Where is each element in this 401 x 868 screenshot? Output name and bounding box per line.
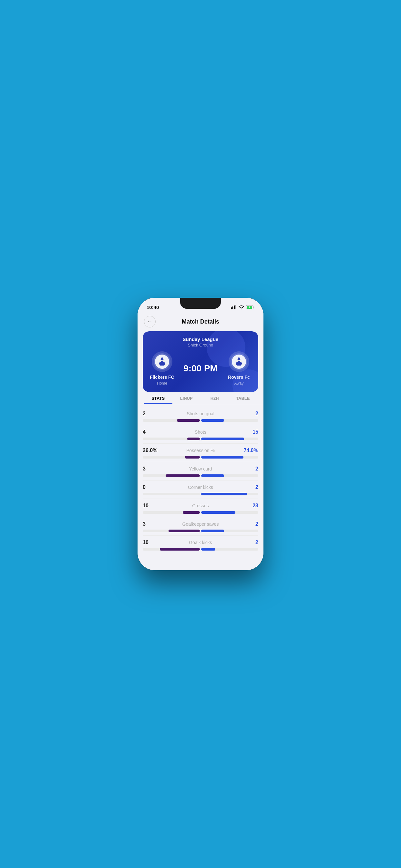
phone-screen: 10:40 bbox=[137, 298, 264, 570]
home-team-name: Flickers FC bbox=[150, 375, 174, 380]
stat-away-value: 2 bbox=[242, 485, 258, 490]
stat-away-value: 2 bbox=[242, 521, 258, 527]
stat-values: 3 Yellow card 2 bbox=[143, 466, 258, 472]
tab-linup[interactable]: LINUP bbox=[173, 396, 201, 404]
stat-values: 10 Crosses 23 bbox=[143, 503, 258, 508]
stat-away-value: 2 bbox=[242, 539, 258, 546]
stat-label: Goalkeeper saves bbox=[159, 522, 242, 527]
svg-rect-2 bbox=[234, 306, 235, 309]
stat-values: 2 Shots on goal 2 bbox=[143, 411, 258, 416]
away-bar bbox=[201, 511, 235, 514]
stat-row: 3 Goalkeeper saves 2 bbox=[143, 517, 258, 536]
home-bar bbox=[168, 530, 200, 532]
page-title: Match Details bbox=[182, 318, 219, 325]
home-bar-track bbox=[143, 548, 200, 551]
home-bar bbox=[187, 438, 200, 440]
league-info: Sunday League Shick Ground bbox=[149, 337, 252, 347]
away-bar-track bbox=[201, 474, 258, 477]
stat-row: 2 Shots on goal 2 bbox=[143, 407, 258, 425]
signal-icon bbox=[231, 305, 237, 309]
away-bar-track bbox=[201, 548, 258, 551]
stat-label: Shots on goal bbox=[159, 411, 242, 416]
stat-bars bbox=[143, 456, 258, 459]
home-bar bbox=[166, 474, 200, 477]
stat-home-value: 4 bbox=[143, 429, 159, 435]
home-team-ball-icon bbox=[153, 353, 171, 370]
stat-row: 10 Goalk kicks 2 bbox=[143, 536, 258, 554]
home-bar-track bbox=[143, 419, 200, 422]
tab-h2h[interactable]: H2H bbox=[201, 396, 229, 404]
stat-label: Corner kicks bbox=[159, 485, 242, 490]
stat-values: 3 Goalkeeper saves 2 bbox=[143, 521, 258, 527]
notch bbox=[180, 298, 221, 309]
home-bar bbox=[183, 511, 200, 514]
tab-stats[interactable]: STATS bbox=[144, 396, 173, 404]
back-arrow-icon: ← bbox=[147, 319, 152, 324]
stat-bars bbox=[143, 493, 258, 495]
stat-home-value: 10 bbox=[143, 503, 159, 508]
header: ← Match Details bbox=[137, 312, 264, 330]
home-team: Flickers FC Home bbox=[149, 351, 175, 385]
away-bar-track bbox=[201, 438, 258, 440]
away-bar bbox=[201, 493, 247, 495]
battery-icon bbox=[246, 305, 254, 309]
stat-home-value: 2 bbox=[143, 411, 159, 416]
stat-label: Yellow card bbox=[159, 466, 242, 471]
away-team-name: Rovers Fc bbox=[228, 375, 250, 380]
away-bar bbox=[201, 474, 224, 477]
tab-table[interactable]: TABLE bbox=[229, 396, 257, 404]
away-team-logo bbox=[228, 351, 249, 372]
stat-bars bbox=[143, 474, 258, 477]
back-button[interactable]: ← bbox=[144, 316, 156, 328]
stat-home-value: 0 bbox=[143, 485, 159, 490]
stat-label: Goalk kicks bbox=[159, 540, 242, 545]
status-bar: 10:40 bbox=[137, 298, 264, 312]
stat-row: 0 Corner kicks 2 bbox=[143, 480, 258, 499]
stat-bars bbox=[143, 548, 258, 551]
away-bar bbox=[201, 456, 243, 459]
svg-rect-1 bbox=[233, 306, 234, 309]
stat-away-value: 23 bbox=[242, 503, 258, 508]
stat-away-value: 2 bbox=[242, 411, 258, 416]
tabs: STATS LINUP H2H TABLE bbox=[137, 392, 264, 404]
wifi-icon bbox=[239, 305, 244, 309]
home-bar-track bbox=[143, 530, 200, 532]
stat-label: Shots bbox=[159, 430, 242, 435]
home-bar-track bbox=[143, 438, 200, 440]
status-icons bbox=[231, 305, 254, 309]
match-card: Sunday League Shick Ground bbox=[143, 331, 258, 392]
app-content[interactable]: ← Match Details Sunday League Shick Grou… bbox=[137, 312, 264, 570]
away-team: Rovers Fc Away bbox=[226, 351, 252, 385]
stat-values: 0 Corner kicks 2 bbox=[143, 485, 258, 490]
stat-values: 26.0% Possession % 74.0% bbox=[143, 447, 258, 454]
stat-row: 10 Crosses 23 bbox=[143, 499, 258, 517]
away-bar bbox=[201, 548, 215, 551]
stat-row: 4 Shots 15 bbox=[143, 425, 258, 444]
stat-home-value: 10 bbox=[143, 539, 159, 546]
stat-away-value: 74.0% bbox=[242, 447, 258, 454]
teams-row: Flickers FC Home 9:00 PM bbox=[149, 351, 252, 385]
stat-away-value: 2 bbox=[242, 466, 258, 472]
stat-label: Crosses bbox=[159, 503, 242, 508]
stat-bars bbox=[143, 438, 258, 440]
stat-bars bbox=[143, 419, 258, 422]
home-bar bbox=[177, 419, 200, 422]
stat-home-value: 3 bbox=[143, 466, 159, 472]
home-bar-track bbox=[143, 493, 200, 495]
home-bar-track bbox=[143, 456, 200, 459]
away-bar-track bbox=[201, 419, 258, 422]
home-bar bbox=[185, 456, 200, 459]
stat-away-value: 15 bbox=[242, 429, 258, 435]
home-team-logo bbox=[152, 351, 173, 372]
stats-section: 2 Shots on goal 2 4 Shots 15 bbox=[137, 404, 264, 556]
svg-rect-3 bbox=[235, 305, 236, 309]
stat-label: Possession % bbox=[159, 448, 242, 453]
stat-bars bbox=[143, 511, 258, 514]
stat-row: 3 Yellow card 2 bbox=[143, 462, 258, 480]
away-bar bbox=[201, 419, 224, 422]
stat-home-value: 3 bbox=[143, 521, 159, 527]
home-bar-track bbox=[143, 511, 200, 514]
league-name: Sunday League bbox=[149, 337, 252, 342]
match-time: 9:00 PM bbox=[183, 363, 218, 374]
away-bar-track bbox=[201, 456, 258, 459]
